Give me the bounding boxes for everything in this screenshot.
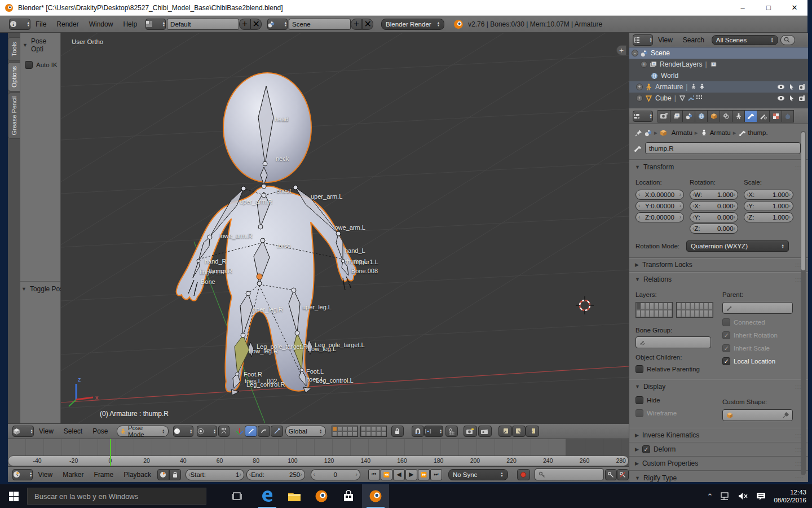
custom-shape-selector[interactable]	[722, 409, 793, 421]
tab-object[interactable]	[707, 110, 720, 122]
maximize-button[interactable]: □	[756, 0, 782, 15]
outliner-row-renderlayers[interactable]: + RenderLayers |	[629, 59, 808, 70]
expander-icon[interactable]: +	[641, 61, 647, 68]
menu-help[interactable]: Help	[118, 16, 142, 32]
menu-view3d-pose[interactable]: Pose	[87, 423, 113, 439]
scene-selector[interactable]: ▲▼	[267, 19, 288, 30]
play-reverse-button[interactable]: ◀	[393, 469, 405, 480]
layer-cell[interactable]	[663, 310, 668, 317]
menu-outliner-search[interactable]: Search	[678, 33, 709, 47]
layer-cell[interactable]	[704, 303, 708, 310]
layer-cell[interactable]	[376, 431, 381, 436]
layer-cell[interactable]	[381, 426, 386, 431]
end-frame-field[interactable]: ‹End:250›	[246, 469, 305, 480]
minimize-button[interactable]: –	[730, 0, 756, 15]
manipulator-scale-button[interactable]	[271, 426, 283, 437]
bone-label-head[interactable]: head	[275, 116, 288, 122]
timeline-playhead[interactable]	[110, 439, 111, 466]
location-x-field[interactable]: ‹X:0.00000›	[636, 190, 684, 200]
tab-render-layers[interactable]	[670, 110, 682, 122]
jump-to-end-button[interactable]: ⏭	[430, 469, 442, 480]
location-z-field[interactable]: ‹Z:0.00000›	[636, 212, 684, 222]
layer-cell[interactable]	[650, 303, 654, 310]
next-keyframe-button[interactable]: ⏩	[418, 469, 430, 480]
taskbar-blender-1[interactable]	[308, 484, 335, 508]
selectability-cursor-icon[interactable]	[789, 84, 795, 90]
visibility-eye-icon[interactable]	[777, 84, 785, 90]
previous-keyframe-button[interactable]: ⏪	[381, 469, 392, 480]
scale-y-field[interactable]: ‹Y:1.000›	[744, 201, 793, 211]
paste-pose-button[interactable]	[512, 426, 526, 437]
shelf-tab-options[interactable]: Options	[8, 62, 20, 91]
layer-cell[interactable]	[641, 303, 645, 310]
screen-layout-selector[interactable]: ▲▼	[145, 19, 166, 30]
bone-label-Low_leg.L[interactable]: Low_leg.L	[308, 345, 336, 352]
layer-cell[interactable]	[654, 310, 659, 317]
snap-toggle-button[interactable]	[412, 426, 424, 437]
layer-cell[interactable]	[361, 431, 366, 436]
layer-cell[interactable]	[708, 310, 713, 317]
taskbar-edge[interactable]	[254, 484, 281, 508]
use-preview-range-button[interactable]	[157, 469, 169, 480]
relative-parenting-checkbox[interactable]	[636, 365, 643, 373]
taskbar-blender-active[interactable]	[362, 484, 389, 508]
auto-ik-checkbox[interactable]	[25, 61, 33, 69]
volume-muted-icon[interactable]	[738, 492, 748, 500]
bone-label-lowe_arm.L[interactable]: lowe_arm.L	[333, 224, 365, 231]
display-panel-header[interactable]: ▼Display::::	[635, 383, 808, 391]
keying-set-field[interactable]	[535, 468, 604, 480]
local-location-checkbox[interactable]: ✓	[722, 357, 730, 365]
breadcrumb-data-name[interactable]: Armatu	[710, 129, 731, 136]
bone-label-Foot.R[interactable]: Foot.R	[244, 371, 262, 378]
menu-timeline-frame[interactable]: Frame	[89, 467, 119, 483]
manipulator-translate-button[interactable]	[245, 426, 257, 437]
bone-label-chest[interactable]: chest	[276, 187, 291, 194]
layer-cell[interactable]	[641, 310, 645, 317]
manipulator-axes-icon[interactable]	[235, 427, 244, 436]
layer-cell[interactable]	[332, 431, 337, 436]
taskbar-store[interactable]	[335, 484, 362, 508]
layer-cell[interactable]	[699, 310, 704, 317]
task-view-button[interactable]	[223, 484, 250, 508]
menu-outliner-view[interactable]: View	[653, 33, 678, 47]
copy-pose-button[interactable]	[498, 426, 512, 437]
layer-cell[interactable]	[695, 310, 699, 317]
play-button[interactable]: ▶	[405, 469, 417, 480]
rotation-mode-selector[interactable]: Quaternion (WXYZ)▲▼	[686, 240, 789, 252]
selectability-cursor-icon[interactable]	[789, 95, 795, 102]
layer-cell[interactable]	[366, 431, 371, 436]
start-frame-field[interactable]: ‹Start:1›	[186, 469, 244, 480]
layer-cell[interactable]	[366, 426, 371, 431]
editor-type-selector-properties[interactable]: ▲▼	[633, 111, 653, 122]
transform-panel-header[interactable]: ▼Transform::::	[635, 163, 808, 171]
properties-scroll-thumb[interactable]	[801, 132, 805, 270]
outliner-row-scene[interactable]: - Scene	[629, 47, 808, 59]
timeline-canvas[interactable]: -40-200204060801001201401601802002202402…	[8, 439, 629, 466]
inverse-kinematics-panel-header[interactable]: ▶Inverse Kinematics::::	[635, 431, 808, 439]
layer-cell[interactable]	[677, 303, 681, 310]
layer-cell[interactable]	[337, 431, 342, 436]
hide-checkbox[interactable]	[636, 396, 643, 404]
expander-icon[interactable]: +	[636, 84, 643, 90]
bone-label-Bone[interactable]: Bone	[201, 278, 215, 285]
scene-name[interactable]: Scene	[289, 19, 351, 30]
pivot-align-toggle[interactable]	[218, 426, 230, 437]
tab-world[interactable]	[695, 110, 707, 122]
renderability-camera-icon[interactable]	[798, 84, 806, 90]
bone-label-hand_R[interactable]: hand_R	[205, 258, 227, 265]
bone-name-input[interactable]: thump.R	[645, 142, 801, 154]
outliner-row-world[interactable]: World	[629, 70, 808, 81]
expander-icon[interactable]: +	[636, 95, 643, 102]
menu-timeline-marker[interactable]: Marker	[58, 467, 89, 483]
layer-cell[interactable]	[668, 303, 672, 310]
rotation-w-field[interactable]: ‹W:1.000›	[690, 190, 738, 200]
bone-label-lowe_arm.R[interactable]: lowe_arm.R	[219, 233, 253, 239]
layer-cell[interactable]	[381, 431, 386, 436]
bone-label-Low_leg.R[interactable]: Low_leg.R	[249, 348, 278, 354]
bone-label-Bone.008[interactable]: Bone.008	[351, 268, 378, 274]
menu-view3d-select[interactable]: Select	[59, 423, 87, 439]
outliner-search-box[interactable]	[780, 35, 795, 45]
transform-locks-panel-header[interactable]: ▶Transform Locks::::	[635, 261, 808, 269]
layer-cell[interactable]	[347, 426, 352, 431]
tab-armature-data[interactable]	[732, 110, 744, 122]
